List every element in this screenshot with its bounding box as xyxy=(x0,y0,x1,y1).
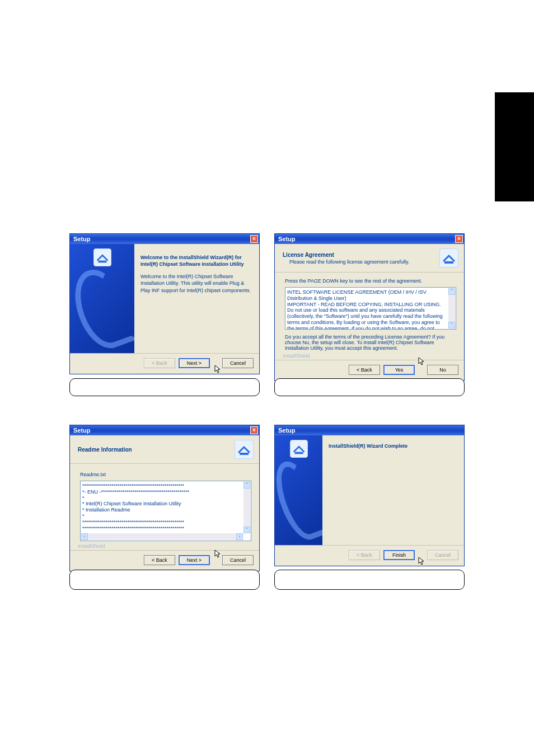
readme-line: * Intel(R) Chipset Software Installation… xyxy=(82,501,243,507)
readme-line: * xyxy=(82,513,243,519)
license-line: INTEL SOFTWARE LICENSE AGREEMENT (OEM / … xyxy=(287,289,448,302)
back-button[interactable]: < Back xyxy=(144,555,175,565)
readme-dialog: Setup × Readme Information Readme.txt **… xyxy=(69,425,260,571)
window-title: Setup xyxy=(73,427,91,434)
cancel-button: Cancel xyxy=(427,550,458,560)
horizontal-scrollbar[interactable]: ‹ › xyxy=(81,533,243,540)
scroll-down-icon[interactable]: ˅ xyxy=(448,322,455,328)
setup-icon xyxy=(93,248,111,266)
scroll-right-icon[interactable]: › xyxy=(236,533,243,540)
titlebar[interactable]: Setup xyxy=(275,425,464,435)
cancel-button[interactable]: Cancel xyxy=(222,358,254,368)
license-dialog: Setup × License Agreement Please read th… xyxy=(274,233,465,381)
page-margin-tab xyxy=(495,92,534,201)
cancel-button[interactable]: Cancel xyxy=(222,555,254,565)
close-icon[interactable]: × xyxy=(250,426,258,434)
license-line: IMPORTANT - READ BEFORE COPYING, INSTALL… xyxy=(287,302,448,308)
license-subtitle: Please read the following license agreem… xyxy=(283,259,409,265)
svg-rect-2 xyxy=(240,453,249,455)
wizard-side-image xyxy=(275,435,322,545)
readme-text-area[interactable]: ****************************************… xyxy=(80,481,251,541)
button-row: < Back Next > Cancel xyxy=(70,550,259,571)
pagedown-hint: Press the PAGE DOWN key to see the rest … xyxy=(285,278,456,284)
license-text-area[interactable]: INTEL SOFTWARE LICENSE AGREEMENT (OEM / … xyxy=(285,287,456,330)
readme-title: Readme Information xyxy=(78,447,132,453)
scroll-left-icon[interactable]: ‹ xyxy=(81,533,88,540)
back-button[interactable]: < Back xyxy=(349,365,380,375)
close-icon[interactable]: × xyxy=(250,235,258,243)
svg-rect-0 xyxy=(98,261,106,263)
installshield-brand: InstallShield xyxy=(70,543,259,550)
readme-line: ****************************************… xyxy=(82,525,243,532)
scroll-down-icon[interactable]: ˅ xyxy=(243,527,250,533)
caption-step3 xyxy=(69,570,260,590)
button-row: < Back Next > Cancel xyxy=(70,353,259,374)
back-button: < Back xyxy=(349,550,380,560)
readme-line: *- ENU -********************************… xyxy=(82,489,243,495)
finish-button[interactable]: Finish xyxy=(383,550,415,560)
scroll-up-icon[interactable]: ˄ xyxy=(243,482,250,489)
button-row: < Back Finish Cancel xyxy=(275,545,464,566)
back-button: < Back xyxy=(144,358,175,368)
scroll-up-icon[interactable]: ˄ xyxy=(448,288,455,295)
wizard-content: InstallShield(R) Wizard Complete xyxy=(325,435,464,545)
next-button[interactable]: Next > xyxy=(179,555,210,565)
next-button[interactable]: Next > xyxy=(179,358,210,368)
caption-step4 xyxy=(274,570,465,590)
wizard-welcome-dialog: Setup × Welcome to the InstallShield Wiz… xyxy=(69,233,260,374)
caption-step2 xyxy=(274,378,465,396)
svg-rect-3 xyxy=(294,452,303,454)
installshield-brand: InstallShield xyxy=(275,353,464,360)
welcome-heading-line1: Welcome to the InstallShield Wizard(R) f… xyxy=(140,255,242,260)
window-title: Setup xyxy=(73,236,91,242)
welcome-paragraph: Welcome to the Intel(R) Chipset Software… xyxy=(140,273,252,293)
titlebar[interactable]: Setup × xyxy=(275,234,464,244)
setup-icon xyxy=(290,440,308,458)
readme-label: Readme.txt xyxy=(80,472,251,477)
wizard-side-image xyxy=(70,244,134,353)
header-bar: License Agreement Please read the follow… xyxy=(275,244,464,273)
button-row: < Back Yes No xyxy=(275,360,464,381)
license-line: Do not use or load this software and any… xyxy=(287,307,448,330)
window-title: Setup xyxy=(278,427,296,434)
titlebar[interactable]: Setup × xyxy=(70,234,259,244)
caption-step1 xyxy=(69,378,260,396)
svg-rect-1 xyxy=(444,261,453,264)
readme-line: ****************************************… xyxy=(82,483,243,489)
complete-heading: InstallShield(R) Wizard Complete xyxy=(329,443,457,449)
window-title: Setup xyxy=(278,236,296,242)
wizard-content: Welcome to the InstallShield Wizard(R) f… xyxy=(137,244,259,353)
vertical-scrollbar[interactable]: ˄ ˅ xyxy=(448,288,455,328)
yes-button[interactable]: Yes xyxy=(383,365,415,375)
setup-icon xyxy=(235,440,254,459)
accept-question: Do you accept all the terms of the prece… xyxy=(285,334,456,351)
readme-line: * Installation Readme xyxy=(82,507,243,513)
no-button[interactable]: No xyxy=(427,365,458,375)
setup-icon xyxy=(439,248,458,267)
readme-line: * xyxy=(82,495,243,501)
titlebar[interactable]: Setup × xyxy=(70,425,259,435)
vertical-scrollbar[interactable]: ˄ ˅ xyxy=(243,482,250,533)
license-title: License Agreement xyxy=(283,252,409,258)
wizard-complete-dialog: Setup InstallShield(R) Wizard Complete <… xyxy=(274,425,465,566)
close-icon[interactable]: × xyxy=(455,235,463,243)
readme-line: ****************************************… xyxy=(82,519,243,525)
welcome-heading-line2: Intel(R) Chipset Software Installation U… xyxy=(140,261,244,267)
header-bar: Readme Information xyxy=(70,435,259,464)
